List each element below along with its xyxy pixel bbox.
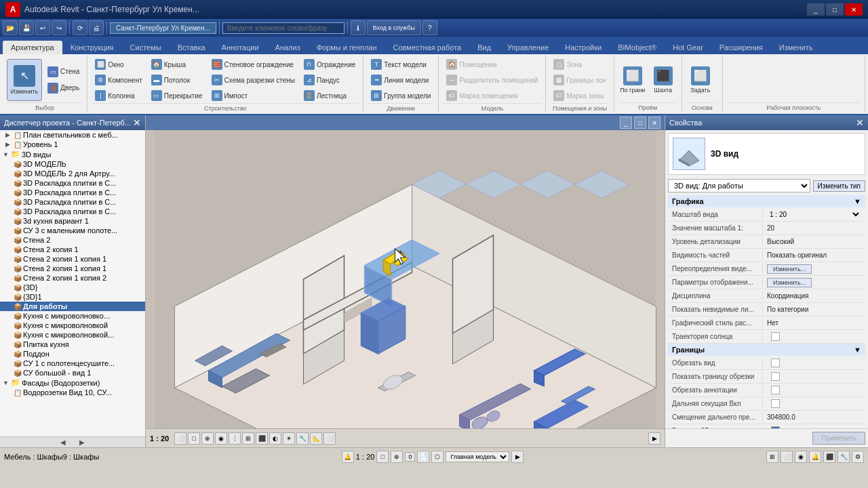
sun-checkbox[interactable] — [771, 332, 780, 341]
search-input[interactable] — [222, 22, 344, 34]
railing-button[interactable]: ⊓ Ограждение — [300, 57, 359, 72]
close-view-button[interactable]: ✕ — [648, 117, 660, 129]
tree-item-wall2c1c1[interactable]: 📦 Стена 2 копия 1 копия 1 — [0, 254, 145, 264]
tree-item-tiles4[interactable]: 📦 3D Раскладка плитки в С... — [0, 207, 145, 216]
tree-item-wall2c1c2[interactable]: 📦 Стена 2 копия 1 копия 2 — [0, 273, 145, 283]
floor-button[interactable]: ▭ Перекрытие — [148, 88, 206, 103]
tree-item-wall2[interactable]: 📦 Стена 2 — [0, 235, 145, 245]
door-button[interactable]: 🚪 Дверь — [44, 81, 83, 96]
print-button[interactable]: 🖨 — [89, 20, 104, 35]
display-change-btn[interactable]: Изменить... — [767, 278, 812, 287]
status-btn-count[interactable]: 0 — [405, 452, 415, 462]
ceiling-button[interactable]: ▬ Потолок — [148, 73, 206, 87]
tab-construction[interactable]: Конструкция — [62, 41, 122, 54]
show-crop-checkbox[interactable] — [771, 372, 780, 381]
view-scroll-right[interactable]: ▶ — [648, 432, 660, 445]
tab-collaboration[interactable]: Совместная работа — [385, 41, 470, 54]
view-mode-btn8[interactable]: ◐ — [269, 432, 281, 445]
gear-button[interactable]: ⚙ — [852, 451, 864, 463]
modify-button[interactable]: ↖ Изменить — [7, 59, 42, 101]
tree-item-kitchen-var[interactable]: 📦 3d кухня вариант 1 — [0, 216, 145, 226]
tree-item-su-big[interactable]: 📦 СУ большой - вид 1 — [0, 368, 145, 378]
view-mode-btn7[interactable]: ⬛ — [256, 432, 268, 445]
close-right-panel-button[interactable]: ✕ — [856, 117, 864, 128]
section-boundaries[interactable]: Границы ▼ — [668, 344, 865, 356]
far-clip-checkbox[interactable] — [771, 399, 780, 408]
ramp-button[interactable]: ⊿ Пандус — [300, 73, 359, 87]
wall-button[interactable]: ▭ Стена — [44, 64, 83, 79]
redo-button[interactable]: ↪ — [52, 20, 66, 35]
tab-bimobject[interactable]: BIMobject® — [610, 41, 665, 54]
tree-item-lights[interactable]: ▶ 📋 План светильников с меб... — [0, 130, 145, 140]
window-button[interactable]: ⬜ Окно — [92, 57, 145, 72]
undo-button[interactable]: ↩ — [35, 20, 50, 35]
view-mode-btn11[interactable]: 📐 — [310, 432, 322, 445]
tab-addins[interactable]: Настройки — [557, 41, 610, 54]
viewport[interactable]: _ □ ✕ — [146, 115, 665, 447]
tab-hotgear[interactable]: Hot Gear — [665, 41, 711, 54]
tree-item-3d[interactable]: 📦 {3D} — [0, 283, 145, 292]
tree-item-tiles2[interactable]: 📦 3D Раскладка плитки в С... — [0, 188, 145, 197]
view-mode-btn4[interactable]: ◉ — [215, 432, 227, 445]
room-separator-button[interactable]: ─ Разделитель помещений — [443, 73, 541, 87]
zone-boundary-button[interactable]: ▦ Границы зон — [550, 73, 609, 87]
close-left-panel-button[interactable]: ✕ — [133, 117, 141, 128]
open-button[interactable]: 📂 — [3, 20, 18, 35]
mullion-button[interactable]: ⊞ Импост — [208, 88, 298, 103]
tab-view[interactable]: Вид — [469, 41, 499, 54]
tree-item-facades-folder[interactable]: ▼ 📁 Фасады (Водорозетки) — [0, 378, 145, 388]
status-btn4[interactable]: 📄 — [417, 451, 429, 463]
tab-analysis[interactable]: Анализ — [267, 41, 309, 54]
view-mode-btn9[interactable]: ☀ — [283, 432, 295, 445]
status-right-btn3[interactable]: ◉ — [795, 451, 807, 463]
room-button[interactable]: 🏠 Помещение — [443, 57, 541, 72]
project-location[interactable]: Санкт-Петербург Ул Кремен... — [110, 22, 216, 34]
minimize-button[interactable]: _ — [807, 3, 825, 16]
tree-item-3dmodel[interactable]: 📦 3D МОДЕЛЬ — [0, 159, 145, 169]
tab-architecture[interactable]: Архитектура — [3, 41, 62, 54]
status-right-btn4[interactable]: 🔔 — [809, 451, 821, 463]
tree-item-su1[interactable]: 📦 СУ 1 с полотенцесушите... — [0, 359, 145, 368]
tree-item-3dmodel2[interactable]: 📦 3D МОДЕЛЬ 2 для Артру... — [0, 169, 145, 178]
model-text-button[interactable]: T Текст модели — [368, 57, 434, 72]
view-mode-btn10[interactable]: 🔧 — [296, 432, 309, 445]
tree-item-kitchen-micro[interactable]: 📦 Кухня с микроволновко... — [0, 311, 145, 321]
crop-view-checkbox[interactable] — [771, 359, 780, 367]
set-button[interactable]: ⬜ Задать — [686, 60, 715, 100]
view-mode-btn12[interactable]: ⬜ — [323, 432, 336, 445]
change-type-button[interactable]: Изменить тип — [813, 180, 865, 192]
status-right-btn2[interactable]: ⬜ — [781, 451, 793, 463]
tree-item-wall2c1c1b[interactable]: 📦 Стена 2 копия 1 копия 1 — [0, 264, 145, 273]
view-mode-btn5[interactable]: ⋮ — [229, 432, 241, 445]
save-button[interactable]: 💾 — [19, 20, 34, 35]
status-btn1[interactable]: 🔔 — [342, 451, 354, 463]
override-change-btn[interactable]: Изменить... — [767, 264, 812, 274]
type-dropdown[interactable]: 3D вид: Для работы — [668, 179, 810, 192]
help-button[interactable]: ? — [422, 20, 437, 35]
status-btn6[interactable]: ▶ — [511, 451, 524, 463]
apply-button[interactable]: Применить — [812, 432, 865, 445]
status-right-btn6[interactable]: 🔧 — [837, 451, 850, 463]
roof-button[interactable]: 🏠 Крыша — [148, 57, 206, 72]
model-group-button[interactable]: ⊞ Группа модели — [368, 88, 434, 103]
info-button[interactable]: ℹ — [351, 20, 366, 35]
maximize-button[interactable]: □ — [826, 3, 844, 16]
wall-sweep-button[interactable]: ✂ Схема разрезки стены — [208, 73, 298, 87]
tree-item-kitchen-micro2[interactable]: 📦 Кухня с микроволновкой — [0, 321, 145, 330]
tree-item-level1[interactable]: ▶ 📋 Уровень 1 — [0, 140, 145, 149]
tree-item-tray[interactable]: 📦 Поддон — [0, 349, 145, 359]
tree-item-su3[interactable]: 📦 СУ 3 с маленьким полоте... — [0, 226, 145, 235]
tree-item-wall2c1[interactable]: 📦 Стена 2 копия 1 — [0, 245, 145, 254]
tree-item-working[interactable]: 📦 Для работы — [0, 302, 145, 311]
scroll-left-arrow[interactable]: ◀ — [60, 439, 66, 446]
by-face-button[interactable]: ⬜ По грани — [618, 60, 647, 100]
scale-dropdown[interactable]: 1 : 20 — [767, 210, 861, 219]
view-mode-btn6[interactable]: ⊞ — [242, 432, 254, 445]
login-button[interactable]: Вход в службы — [367, 20, 421, 35]
stairs-button[interactable]: 🪜 Лестница — [300, 88, 359, 103]
scroll-right-arrow[interactable]: ▶ — [79, 439, 85, 446]
view-mode-btn2[interactable]: □ — [188, 432, 200, 445]
shaft-button[interactable]: ⬛ Шахта — [649, 60, 677, 100]
tree-item-tiles3[interactable]: 📦 3D Раскладка плитки в С... — [0, 197, 145, 207]
tab-modify[interactable]: Изменить — [771, 41, 821, 54]
